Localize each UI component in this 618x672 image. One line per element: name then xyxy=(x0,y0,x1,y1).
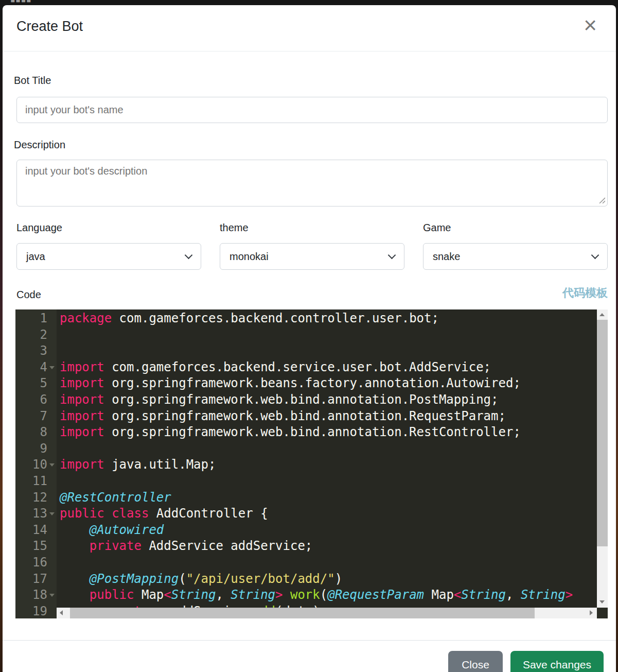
fold-arrow-icon[interactable] xyxy=(47,587,57,604)
code-line[interactable]: import org.springframework.beans.factory… xyxy=(60,375,597,392)
language-select-value: java xyxy=(26,251,45,263)
close-button[interactable]: Close xyxy=(448,651,503,672)
chevron-down-icon xyxy=(185,251,193,259)
navbar-text-fragment: ▮▮▮▮ xyxy=(10,0,31,4)
fold-slot xyxy=(47,424,57,441)
background-navbar: ▮▮▮▮ ▪▪▪ ▪▪▪ ▪▪▪▪ xyxy=(0,0,618,5)
scroll-right-arrow-icon[interactable] xyxy=(588,608,596,618)
fold-slot xyxy=(47,571,57,588)
modal-footer: Close Save changes xyxy=(3,640,616,672)
code-line[interactable]: import org.springframework.web.bind.anno… xyxy=(60,392,597,408)
code-line[interactable]: private AddService addService; xyxy=(60,538,597,555)
gutter-line-number[interactable]: 4 xyxy=(15,359,57,376)
gutter-line-number[interactable]: 11 xyxy=(15,473,57,490)
fold-slot xyxy=(47,538,57,555)
modal-header: Create Bot × xyxy=(3,5,616,51)
theme-label: theme xyxy=(220,221,404,234)
gutter-line-number[interactable]: 6 xyxy=(15,392,57,408)
code-line[interactable]: package com.gameforces.backend.controlle… xyxy=(60,311,597,327)
editor-gutter: 12345678910111213141516171819 xyxy=(15,309,57,618)
chevron-down-icon xyxy=(591,251,599,259)
modal-title: Create Bot xyxy=(16,19,83,35)
fold-slot xyxy=(47,392,57,408)
horizontal-scrollbar-thumb[interactable] xyxy=(70,608,535,618)
bot-title-input[interactable] xyxy=(16,97,608,123)
fold-slot xyxy=(47,604,57,618)
gutter-line-number[interactable]: 7 xyxy=(15,408,57,425)
code-line[interactable]: import org.springframework.web.bind.anno… xyxy=(60,408,597,425)
language-label: Language xyxy=(16,221,201,234)
fold-slot xyxy=(47,473,57,490)
code-editor[interactable]: 12345678910111213141516171819 package co… xyxy=(15,309,608,618)
editor-horizontal-scrollbar[interactable] xyxy=(57,608,597,618)
fold-slot xyxy=(47,441,57,457)
theme-select-value: monokai xyxy=(229,251,269,263)
fold-slot xyxy=(47,327,57,343)
fold-slot xyxy=(47,343,57,359)
gutter-line-number[interactable]: 19 xyxy=(15,604,57,618)
fold-slot xyxy=(47,522,57,539)
fold-slot xyxy=(47,490,57,506)
gutter-line-number[interactable]: 8 xyxy=(15,424,57,441)
description-label: Description xyxy=(14,139,605,151)
code-line[interactable]: @Autowired xyxy=(60,522,597,539)
gutter-line-number[interactable]: 5 xyxy=(15,375,57,392)
code-line[interactable]: import org.springframework.web.bind.anno… xyxy=(60,424,597,441)
navbar-text-fragment: ▪▪▪ xyxy=(82,0,93,3)
gutter-line-number[interactable]: 10 xyxy=(15,457,57,473)
theme-select[interactable]: monokai xyxy=(220,243,404,270)
code-line[interactable]: public class AddController { xyxy=(60,506,597,522)
gutter-line-number[interactable]: 2 xyxy=(15,327,57,343)
code-line[interactable] xyxy=(60,473,597,490)
gutter-line-number[interactable]: 12 xyxy=(15,490,57,506)
gutter-line-number[interactable]: 14 xyxy=(15,522,57,539)
bot-title-label: Bot Title xyxy=(14,74,605,87)
gutter-line-number[interactable]: 16 xyxy=(15,555,57,571)
description-textarea[interactable] xyxy=(16,160,608,206)
fold-slot xyxy=(47,408,57,425)
editor-vertical-scrollbar[interactable] xyxy=(597,309,608,608)
fold-slot xyxy=(47,555,57,571)
scrollbar-corner xyxy=(597,608,608,618)
code-line[interactable] xyxy=(60,441,597,457)
fold-arrow-icon[interactable] xyxy=(47,506,57,522)
gutter-line-number[interactable]: 13 xyxy=(15,506,57,522)
code-template-link[interactable]: 代码模板 xyxy=(562,285,608,301)
close-icon[interactable]: × xyxy=(584,18,597,33)
gutter-line-number[interactable]: 17 xyxy=(15,571,57,588)
create-bot-modal: Create Bot × Bot Title Description Langu… xyxy=(3,5,616,672)
gutter-line-number[interactable]: 1 xyxy=(15,311,57,327)
chevron-down-icon xyxy=(388,251,396,259)
scroll-left-arrow-icon[interactable] xyxy=(58,608,66,618)
game-label: Game xyxy=(423,221,608,234)
navbar-text-fragment: ▪▪▪ xyxy=(144,0,155,3)
editor-code-area[interactable]: package com.gameforces.backend.controlle… xyxy=(57,309,597,618)
fold-arrow-icon[interactable] xyxy=(47,457,57,473)
gutter-line-number[interactable]: 18 xyxy=(15,587,57,604)
gutter-line-number[interactable]: 15 xyxy=(15,538,57,555)
navbar-text-fragment: ▪▪▪▪ xyxy=(201,0,215,3)
code-label: Code xyxy=(16,289,41,301)
fold-slot xyxy=(47,311,57,327)
code-line[interactable]: @PostMapping("/api/user/bot/add/") xyxy=(60,571,597,588)
game-select[interactable]: snake xyxy=(423,243,608,270)
vertical-scrollbar-thumb[interactable] xyxy=(597,320,608,546)
fold-slot xyxy=(47,375,57,392)
code-line[interactable]: import com.gameforces.backend.service.us… xyxy=(60,359,597,376)
code-line[interactable] xyxy=(60,343,597,359)
code-line[interactable] xyxy=(60,327,597,343)
scroll-up-arrow-icon[interactable] xyxy=(597,309,608,320)
fold-arrow-icon[interactable] xyxy=(47,359,57,376)
gutter-line-number[interactable]: 9 xyxy=(15,441,57,457)
selects-row: Language java theme monokai Game snake xyxy=(16,221,608,285)
code-line[interactable] xyxy=(60,555,597,571)
save-changes-button[interactable]: Save changes xyxy=(510,651,604,672)
gutter-line-number[interactable]: 3 xyxy=(15,343,57,359)
language-select[interactable]: java xyxy=(16,243,201,270)
game-select-value: snake xyxy=(433,251,460,263)
modal-body: Bot Title Description Language java them… xyxy=(3,51,616,618)
code-line[interactable]: @RestController xyxy=(60,490,597,506)
code-line[interactable]: public Map<String, String> work(@Request… xyxy=(60,587,597,604)
scroll-down-arrow-icon[interactable] xyxy=(597,596,608,608)
code-line[interactable]: import java.util.Map; xyxy=(60,457,597,473)
